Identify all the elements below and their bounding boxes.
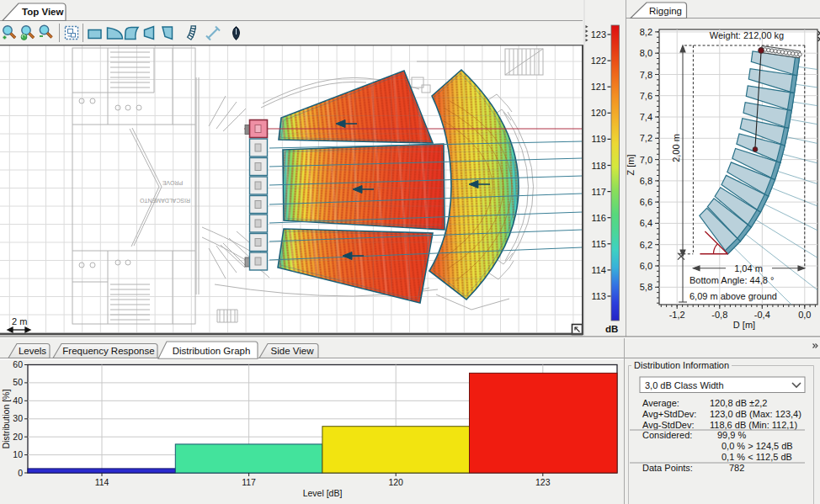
svg-text:20: 20 [13, 432, 23, 442]
svg-text:114: 114 [95, 477, 109, 487]
svg-text:Distribution Information: Distribution Information [634, 360, 729, 370]
svg-text:6,0: 6,0 [640, 261, 652, 271]
svg-text:Distribution [%]: Distribution [%] [1, 390, 11, 449]
svg-text:782: 782 [729, 463, 744, 473]
svg-text:0,0: 0,0 [798, 310, 811, 320]
svg-text:118: 118 [591, 161, 606, 171]
svg-text:30: 30 [13, 413, 23, 423]
svg-text:PROVE: PROVE [162, 180, 183, 186]
svg-text:123,0 dB (Max: 123,4): 123,0 dB (Max: 123,4) [710, 409, 801, 419]
svg-text:121: 121 [591, 82, 606, 92]
svg-text:Levels: Levels [19, 346, 46, 356]
svg-text:Avg+StdDev:: Avg+StdDev: [642, 409, 696, 419]
svg-text:Bottom Angle: 44,8 °: Bottom Angle: 44,8 ° [690, 275, 774, 285]
svg-text:Frequency Response: Frequency Response [62, 346, 154, 356]
svg-text:0,0 % > 124,5 dB: 0,0 % > 124,5 dB [721, 441, 793, 451]
svg-text:Z [m]: Z [m] [626, 154, 636, 175]
svg-text:123: 123 [535, 477, 551, 487]
svg-text:7,4: 7,4 [640, 112, 652, 122]
svg-text:Average:: Average: [642, 398, 679, 408]
svg-text:123: 123 [591, 29, 606, 40]
svg-text:115: 115 [591, 239, 606, 249]
svg-text:Level [dB]: Level [dB] [303, 488, 343, 498]
svg-text:120: 120 [591, 108, 606, 118]
svg-text:6,2: 6,2 [640, 240, 652, 250]
svg-text:117: 117 [242, 477, 256, 487]
svg-text:-0,4: -0,4 [754, 310, 770, 320]
svg-text:60: 60 [13, 359, 23, 369]
svg-text:-1,2: -1,2 [669, 310, 685, 320]
svg-text:40: 40 [13, 395, 23, 406]
svg-text:114: 114 [591, 265, 606, 275]
svg-text:2,00 m: 2,00 m [671, 134, 681, 162]
svg-text:1,04 m: 1,04 m [734, 263, 763, 273]
svg-text:119: 119 [591, 134, 606, 144]
svg-text:6,8: 6,8 [640, 176, 652, 186]
svg-text:116: 116 [591, 213, 606, 223]
svg-text:113: 113 [591, 291, 606, 301]
svg-text:0,1 % < 112,5 dB: 0,1 % < 112,5 dB [721, 452, 792, 462]
svg-text:Distribution Graph: Distribution Graph [173, 346, 251, 356]
svg-text:0: 0 [18, 468, 23, 478]
svg-text:120,8 dB ±2,2: 120,8 dB ±2,2 [710, 398, 767, 408]
svg-text:50: 50 [13, 377, 23, 387]
svg-text:117: 117 [591, 187, 606, 197]
svg-text:8,2: 8,2 [640, 27, 652, 37]
svg-text:dB: dB [605, 324, 618, 334]
svg-text:7,0: 7,0 [640, 155, 652, 165]
svg-text:5,8: 5,8 [640, 282, 652, 292]
svg-text:122: 122 [591, 56, 606, 66]
svg-text:99,9 %: 99,9 % [717, 430, 746, 440]
svg-text:D [m]: D [m] [733, 320, 755, 330]
svg-text:2 m: 2 m [12, 316, 27, 326]
svg-text:Data Points:: Data Points: [642, 463, 693, 473]
svg-text:6,4: 6,4 [640, 218, 652, 228]
svg-text:120: 120 [388, 477, 403, 487]
svg-text:Considered:: Considered: [642, 430, 692, 440]
svg-text:7,8: 7,8 [640, 70, 652, 80]
svg-text:3,0 dB Class Width: 3,0 dB Class Width [645, 380, 724, 390]
svg-text:10: 10 [13, 449, 23, 459]
svg-text:-0,8: -0,8 [711, 310, 727, 320]
svg-text:Side View: Side View [271, 346, 315, 356]
svg-text:Avg-StdDev:: Avg-StdDev: [642, 420, 695, 430]
svg-text:6,6: 6,6 [640, 197, 652, 207]
svg-text:RISCALDAMENTO: RISCALDAMENTO [139, 198, 190, 204]
svg-text:Rigging: Rigging [649, 6, 682, 16]
svg-text:7,2: 7,2 [640, 133, 652, 143]
svg-text:Weight: 212,00 kg: Weight: 212,00 kg [710, 30, 784, 40]
svg-text:7,6: 7,6 [640, 91, 652, 101]
svg-text:6,09 m above ground: 6,09 m above ground [690, 291, 777, 301]
svg-text:8,0: 8,0 [640, 48, 652, 58]
svg-text:118,6 dB (Min: 112,1): 118,6 dB (Min: 112,1) [710, 420, 797, 430]
svg-text:Top View: Top View [22, 7, 63, 17]
